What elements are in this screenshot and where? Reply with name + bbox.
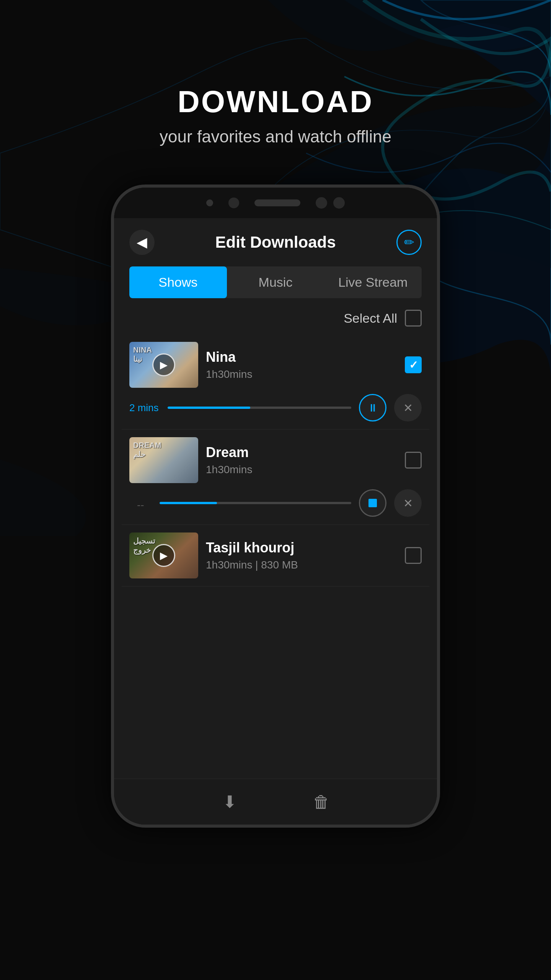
thumbnail-dream: DREAMحلم — [129, 437, 198, 483]
pause-icon-nina: ⏸ — [367, 402, 378, 414]
item-duration-dream: 1h30mins — [206, 464, 397, 476]
item-info-tasjil: Tasjil khouroj 1h30mins | 830 MB — [206, 540, 397, 571]
tab-music[interactable]: Music — [227, 266, 324, 298]
edit-icon: ✏ — [404, 235, 414, 250]
tab-shows[interactable]: Shows — [129, 266, 227, 298]
cancel-button-nina[interactable]: ✕ — [394, 394, 422, 421]
phone-dot-center — [228, 198, 239, 208]
item-duration-size-tasjil: 1h30mins | 830 MB — [206, 559, 397, 571]
close-icon-dream: ✕ — [403, 497, 413, 510]
phone-camera-2 — [333, 197, 345, 209]
progress-fill-dream — [160, 502, 217, 504]
download-button[interactable]: ⬇ — [214, 787, 245, 817]
phone-dot-left — [206, 199, 213, 206]
progress-row-nina: 2 mins ⏸ ✕ — [129, 394, 422, 421]
progress-time-nina: 2 mins — [129, 402, 160, 414]
progress-time-dream: -- — [137, 499, 144, 511]
thumbnail-tasjil: تسجيلخروج ▶ — [129, 532, 198, 578]
close-icon-nina: ✕ — [403, 401, 413, 415]
back-icon: ◀ — [137, 234, 147, 250]
app-header: ◀ Edit Downloads ✏ — [114, 218, 437, 266]
download-list[interactable]: NINAنينا ▶ Nina 1h30mins 2 mins — [114, 334, 437, 779]
item-checkbox-nina[interactable] — [405, 356, 422, 373]
edit-button[interactable]: ✏ — [396, 230, 422, 255]
phone-camera-1 — [316, 197, 327, 209]
play-icon-nina: ▶ — [152, 353, 175, 376]
pause-button-nina[interactable]: ⏸ — [359, 394, 386, 421]
item-info-dream: Dream 1h30mins — [206, 444, 397, 476]
delete-button[interactable]: 🗑 — [306, 787, 337, 817]
item-checkbox-tasjil[interactable] — [405, 547, 422, 564]
progress-fill-nina — [168, 407, 250, 409]
item-checkbox-dream[interactable] — [405, 452, 422, 469]
back-button[interactable]: ◀ — [129, 230, 155, 255]
download-item-tasjil: تسجيلخروج ▶ Tasjil khouroj 1h30mins | 83… — [122, 525, 429, 586]
thumbnail-nina: NINAنينا ▶ — [129, 342, 198, 388]
phone-speaker — [254, 199, 300, 206]
thumb-text-tasjil: تسجيلخروج — [133, 536, 155, 555]
app-content: ◀ Edit Downloads ✏ Shows Music Live Stre… — [114, 218, 437, 825]
select-all-checkbox[interactable] — [405, 310, 422, 327]
page-content: DOWNLOAD your favorites and watch offlin… — [0, 0, 551, 980]
item-title-tasjil: Tasjil khouroj — [206, 540, 397, 556]
tabs-container: Shows Music Live Stream — [129, 266, 422, 298]
phone-top-bar — [114, 188, 437, 218]
progress-bar-dream — [160, 502, 351, 504]
item-duration-nina: 1h30mins — [206, 368, 397, 381]
phone-frame: ◀ Edit Downloads ✏ Shows Music Live Stre… — [111, 185, 440, 828]
cancel-button-dream[interactable]: ✕ — [394, 489, 422, 517]
thumb-text-nina: NINAنينا — [133, 346, 152, 364]
delete-icon: 🗑 — [313, 792, 330, 812]
play-icon-tasjil: ▶ — [152, 544, 175, 567]
thumb-text-dream: DREAMحلم — [133, 441, 161, 459]
stop-icon-dream — [368, 499, 377, 507]
phone-camera-group — [316, 197, 345, 209]
select-all-row: Select All — [114, 306, 437, 334]
app-bottom-bar: ⬇ 🗑 — [114, 779, 437, 825]
download-item-nina: NINAنينا ▶ Nina 1h30mins 2 mins — [122, 334, 429, 430]
progress-bar-nina — [168, 407, 351, 409]
header-section: DOWNLOAD your favorites and watch offlin… — [160, 84, 391, 146]
progress-row-dream: -- ✕ — [129, 489, 422, 517]
page-title: DOWNLOAD — [160, 84, 391, 119]
tab-livestream[interactable]: Live Stream — [324, 266, 422, 298]
item-info-nina: Nina 1h30mins — [206, 349, 397, 381]
stop-button-dream[interactable] — [359, 489, 386, 517]
item-title-nina: Nina — [206, 349, 397, 365]
select-all-label: Select All — [344, 311, 397, 326]
app-header-title: Edit Downloads — [215, 233, 336, 252]
page-subtitle: your favorites and watch offline — [160, 127, 391, 146]
item-title-dream: Dream — [206, 444, 397, 461]
download-icon: ⬇ — [223, 792, 237, 812]
download-item-dream: DREAMحلم Dream 1h30mins -- — [122, 430, 429, 525]
